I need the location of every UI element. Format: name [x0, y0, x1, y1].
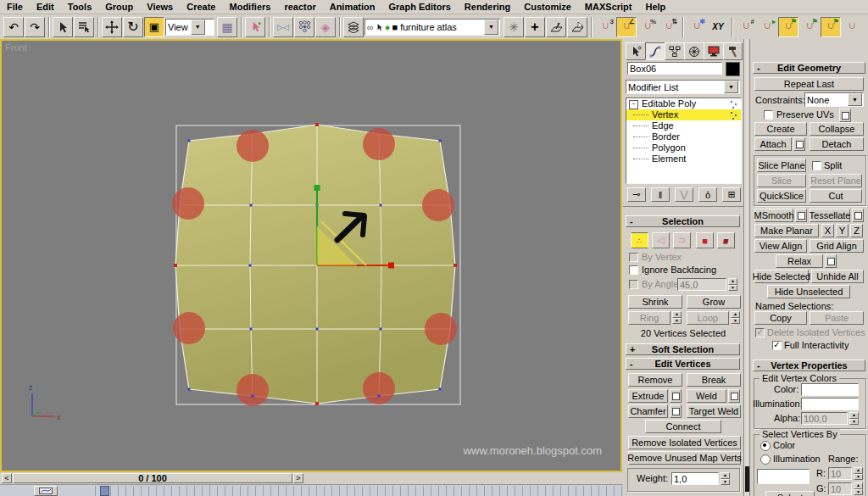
by-angle-spinner[interactable]: ▲▼ [728, 278, 737, 291]
snap-xy-icon[interactable]: XY [708, 17, 728, 37]
select-by-name-icon[interactable] [74, 17, 94, 37]
reference-coord-system-dropdown[interactable]: View ▼ [165, 19, 214, 36]
menu-animation[interactable]: Animation [323, 2, 382, 12]
track-view-icon[interactable]: ✳ [504, 17, 524, 37]
reset-plane-button[interactable]: Reset Plane [810, 174, 862, 187]
relax-settings-icon[interactable] [825, 254, 837, 268]
stack-item-polygon[interactable]: Polygon [626, 142, 741, 153]
object-name-field[interactable]: Box06 [627, 62, 722, 75]
illumination-swatch-field[interactable] [801, 398, 859, 410]
object-color-swatch[interactable] [726, 62, 740, 76]
preserve-uvs-settings-icon[interactable] [839, 109, 851, 122]
view-align-button[interactable]: View Align [754, 239, 807, 253]
detach-button[interactable]: Detach [810, 137, 864, 151]
extrude-settings-icon[interactable] [670, 389, 682, 403]
create-button[interactable]: Create [754, 122, 807, 136]
quickslice-button[interactable]: QuickSlice [757, 189, 806, 203]
chevron-down-icon[interactable]: ▼ [724, 81, 738, 93]
alpha-spinner[interactable]: ▲▼ [849, 412, 859, 425]
tab-motion[interactable] [684, 42, 704, 60]
pin-stack-icon[interactable]: ⊸ [627, 187, 646, 202]
snap-pivot-icon[interactable]: ∩▸ [757, 17, 777, 37]
weld-button[interactable]: Weld [687, 389, 726, 403]
snap-edge-icon[interactable]: ∩⚑ [799, 17, 820, 37]
delete-isolated-vertices-checkbox[interactable]: ✓ [755, 328, 765, 337]
vertex-properties-rollout-header[interactable]: - Vertex Properties [753, 359, 865, 371]
stack-item-border[interactable]: Border [626, 131, 741, 142]
snap-midpoint-icon[interactable]: ∩ [842, 17, 862, 37]
menu-reactor[interactable]: reactor [277, 2, 322, 12]
make-unique-icon[interactable]: ⋁ [675, 187, 693, 202]
menu-views[interactable]: Views [140, 2, 180, 12]
planar-y-button[interactable]: Y [836, 224, 849, 237]
cut-button[interactable]: Cut [810, 189, 862, 203]
constraints-dropdown[interactable]: None ▼ [804, 92, 864, 107]
select-by-illumination-radio[interactable] [760, 454, 771, 465]
msmooth-settings-icon[interactable] [795, 209, 807, 222]
menu-tools[interactable]: Tools [61, 2, 99, 12]
range-g-spinner[interactable]: ▲▼ [854, 482, 863, 495]
grow-button[interactable]: Grow [687, 295, 741, 309]
stack-item-editable-poly[interactable]: - Editable Poly [626, 98, 741, 109]
make-planar-button[interactable]: Make Planar [754, 224, 819, 237]
chevron-down-icon[interactable]: ▼ [848, 93, 862, 106]
subobject-edge-icon[interactable]: ◁ [652, 232, 670, 248]
chamfer-settings-icon[interactable] [670, 404, 682, 418]
split-checkbox[interactable] [812, 161, 821, 170]
prev-frame-button[interactable]: < [2, 473, 12, 483]
shrink-button[interactable]: Shrink [628, 295, 682, 309]
connect-button[interactable]: Connect [645, 420, 721, 433]
percent-snap-icon[interactable]: ∩% [637, 17, 658, 37]
array-icon[interactable] [294, 17, 314, 37]
configure-modifier-sets-icon[interactable]: ⊞ [722, 187, 741, 202]
stack-item-edge[interactable]: Edge [626, 120, 741, 131]
select-color-swatch[interactable] [757, 469, 810, 484]
chevron-down-icon[interactable]: ▼ [191, 20, 205, 35]
modifier-list-dropdown[interactable]: Modifier List ▼ [626, 80, 740, 94]
select-button[interactable]: Select [765, 491, 815, 496]
menu-group[interactable]: Group [98, 2, 140, 12]
subobject-element-icon[interactable]: ■ [717, 232, 735, 248]
chevron-down-icon[interactable]: ▼ [484, 20, 498, 35]
subobject-border-icon[interactable]: ⊃ [673, 232, 691, 248]
snap-grid-icon[interactable]: ∩# [736, 17, 756, 37]
ring-spinner[interactable]: ▲▼ [672, 311, 682, 324]
weight-spinner[interactable]: ▲▼ [721, 472, 730, 485]
repeat-last-button[interactable]: Repeat Last [754, 77, 864, 91]
select-and-manipulate-icon[interactable] [245, 17, 265, 37]
slice-plane-button[interactable]: Slice Plane [757, 159, 806, 172]
paste-button[interactable]: Paste [810, 311, 864, 325]
break-button[interactable]: Break [687, 373, 741, 387]
trackbar-frame-marker[interactable] [100, 486, 109, 496]
grid-align-button[interactable]: Grid Align [810, 239, 864, 253]
eraser-icon[interactable]: ◈ [315, 17, 336, 37]
msmooth-button[interactable]: MSmooth [754, 209, 793, 222]
snap-toggle-3d-icon[interactable]: ∩3 [595, 17, 615, 37]
hide-unselected-button[interactable]: Hide Unselected [767, 285, 850, 298]
select-by-color-radio[interactable] [760, 441, 771, 451]
show-end-result-icon[interactable]: ‖ [651, 187, 670, 202]
alpha-field[interactable]: 100,0 [801, 412, 848, 425]
weight-field[interactable]: 1,0 [671, 472, 719, 485]
color-swatch-field[interactable] [801, 383, 859, 396]
weld-settings-icon[interactable] [728, 389, 740, 403]
time-slider-thumb[interactable]: 0 / 100 [13, 473, 292, 483]
tab-utilities[interactable] [723, 42, 743, 60]
menu-maxscript[interactable]: MAXScript [578, 2, 639, 12]
range-r-spinner[interactable]: ▲▼ [854, 467, 863, 480]
edit-vertices-rollout-header[interactable]: - Edit Vertices [626, 358, 740, 370]
tab-create[interactable] [626, 42, 646, 60]
remove-isolated-vertices-button[interactable]: Remove Isolated Vertices [628, 436, 741, 449]
selection-rollout-header[interactable]: - Selection [626, 215, 740, 227]
ring-button[interactable]: Ring [628, 311, 670, 325]
unhide-all-button[interactable]: Unhide All [811, 270, 864, 283]
menu-create[interactable]: Create [180, 2, 222, 12]
select-object-icon[interactable] [53, 17, 73, 37]
collapse-expander-icon[interactable]: - [629, 100, 638, 109]
place-highlight-icon[interactable] [567, 17, 587, 37]
by-angle-checkbox[interactable] [629, 280, 638, 289]
planar-z-button[interactable]: Z [850, 224, 863, 237]
menu-rendering[interactable]: Rendering [458, 2, 517, 12]
range-g-field[interactable]: 10 [828, 482, 852, 495]
tab-display[interactable] [704, 42, 724, 60]
